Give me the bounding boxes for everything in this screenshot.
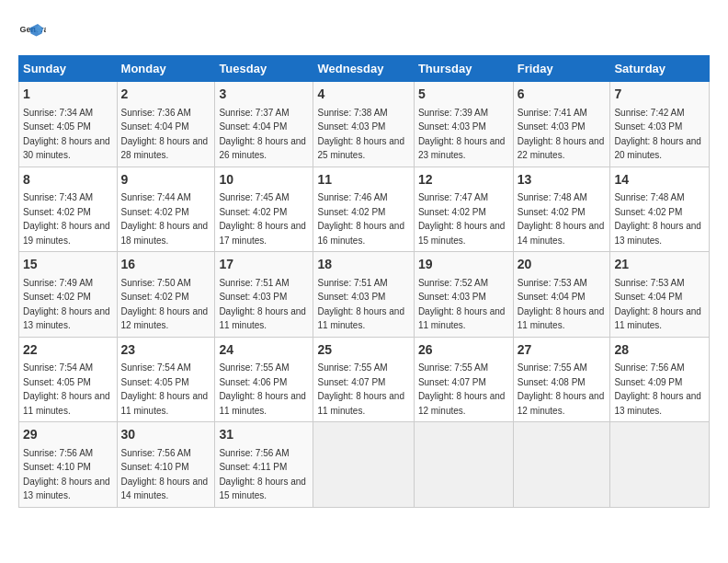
header-monday: Monday [117,56,215,82]
calendar-week-4: 22Sunrise: 7:54 AMSunset: 4:05 PMDayligh… [19,337,710,422]
day-info: Sunrise: 7:51 AMSunset: 4:03 PMDaylight:… [219,278,306,331]
day-info: Sunrise: 7:43 AMSunset: 4:02 PMDaylight:… [23,192,110,246]
calendar-week-2: 8Sunrise: 7:43 AMSunset: 4:02 PMDaylight… [19,167,710,252]
calendar-cell: 5Sunrise: 7:39 AMSunset: 4:03 PMDaylight… [414,82,513,167]
day-info: Sunrise: 7:39 AMSunset: 4:03 PMDaylight:… [418,108,506,161]
calendar-cell: 9Sunrise: 7:44 AMSunset: 4:02 PMDaylight… [117,167,215,252]
calendar-cell: 20Sunrise: 7:53 AMSunset: 4:04 PMDayligh… [513,252,610,338]
day-number: 23 [121,341,211,360]
calendar-cell: 24Sunrise: 7:55 AMSunset: 4:06 PMDayligh… [215,337,313,422]
calendar-cell: 29Sunrise: 7:56 AMSunset: 4:10 PMDayligh… [19,422,118,508]
day-info: Sunrise: 7:53 AMSunset: 4:04 PMDaylight:… [614,278,701,331]
day-number: 7 [614,86,705,104]
day-number: 18 [317,256,409,274]
day-number: 31 [219,426,309,444]
day-number: 10 [219,171,309,190]
day-number: 30 [121,426,211,444]
day-info: Sunrise: 7:44 AMSunset: 4:02 PMDaylight:… [121,192,209,246]
day-info: Sunrise: 7:56 AMSunset: 4:11 PMDaylight:… [219,448,306,501]
logo-icon: General [18,18,46,46]
day-number: 22 [23,341,113,360]
logo: General [18,18,50,46]
day-info: Sunrise: 7:36 AMSunset: 4:04 PMDaylight:… [121,108,209,161]
day-info: Sunrise: 7:47 AMSunset: 4:02 PMDaylight:… [418,192,506,246]
calendar-cell: 22Sunrise: 7:54 AMSunset: 4:05 PMDayligh… [19,337,118,422]
header-saturday: Saturday [610,56,710,82]
day-number: 21 [614,256,705,274]
day-info: Sunrise: 7:49 AMSunset: 4:02 PMDaylight:… [23,278,110,331]
day-number: 29 [23,426,113,444]
day-info: Sunrise: 7:56 AMSunset: 4:10 PMDaylight:… [121,448,209,501]
calendar-cell: 27Sunrise: 7:55 AMSunset: 4:08 PMDayligh… [513,337,610,422]
calendar-cell: 1Sunrise: 7:34 AMSunset: 4:05 PMDaylight… [19,82,118,167]
day-number: 14 [614,171,705,190]
calendar-cell: 28Sunrise: 7:56 AMSunset: 4:09 PMDayligh… [610,337,710,422]
day-info: Sunrise: 7:54 AMSunset: 4:05 PMDaylight:… [23,362,110,416]
day-info: Sunrise: 7:41 AMSunset: 4:03 PMDaylight:… [518,108,605,161]
day-number: 17 [219,256,309,274]
day-number: 4 [317,86,409,104]
calendar-week-3: 15Sunrise: 7:49 AMSunset: 4:02 PMDayligh… [19,252,710,338]
header-sunday: Sunday [19,56,118,82]
day-info: Sunrise: 7:54 AMSunset: 4:05 PMDaylight:… [121,362,209,416]
calendar-week-5: 29Sunrise: 7:56 AMSunset: 4:10 PMDayligh… [19,422,710,508]
calendar-cell: 8Sunrise: 7:43 AMSunset: 4:02 PMDaylight… [19,167,118,252]
calendar-cell: 6Sunrise: 7:41 AMSunset: 4:03 PMDaylight… [513,82,610,167]
day-number: 6 [518,86,607,104]
calendar-cell [414,422,513,508]
day-info: Sunrise: 7:55 AMSunset: 4:06 PMDaylight:… [219,362,306,416]
day-info: Sunrise: 7:45 AMSunset: 4:02 PMDaylight:… [219,192,306,246]
header-tuesday: Tuesday [215,56,313,82]
day-number: 1 [23,86,113,104]
calendar-cell: 12Sunrise: 7:47 AMSunset: 4:02 PMDayligh… [414,167,513,252]
day-info: Sunrise: 7:55 AMSunset: 4:07 PMDaylight:… [418,362,506,416]
calendar-cell: 15Sunrise: 7:49 AMSunset: 4:02 PMDayligh… [19,252,118,338]
day-number: 24 [219,341,309,360]
calendar-cell: 18Sunrise: 7:51 AMSunset: 4:03 PMDayligh… [313,252,414,338]
day-info: Sunrise: 7:53 AMSunset: 4:04 PMDaylight:… [518,278,605,331]
calendar-cell: 17Sunrise: 7:51 AMSunset: 4:03 PMDayligh… [215,252,313,338]
day-info: Sunrise: 7:55 AMSunset: 4:07 PMDaylight:… [317,362,404,416]
page-header: General [18,18,710,46]
header-friday: Friday [513,56,610,82]
header-thursday: Thursday [414,56,513,82]
calendar-cell: 23Sunrise: 7:54 AMSunset: 4:05 PMDayligh… [117,337,215,422]
day-number: 3 [219,86,309,104]
day-number: 26 [418,341,509,360]
calendar-cell: 13Sunrise: 7:48 AMSunset: 4:02 PMDayligh… [513,167,610,252]
day-info: Sunrise: 7:42 AMSunset: 4:03 PMDaylight:… [614,108,701,161]
calendar-cell: 31Sunrise: 7:56 AMSunset: 4:11 PMDayligh… [215,422,313,508]
calendar-cell: 19Sunrise: 7:52 AMSunset: 4:03 PMDayligh… [414,252,513,338]
calendar-cell: 14Sunrise: 7:48 AMSunset: 4:02 PMDayligh… [610,167,710,252]
day-info: Sunrise: 7:48 AMSunset: 4:02 PMDaylight:… [518,192,605,246]
day-number: 15 [23,256,113,274]
day-number: 16 [121,256,211,274]
day-info: Sunrise: 7:37 AMSunset: 4:04 PMDaylight:… [219,108,306,161]
day-info: Sunrise: 7:51 AMSunset: 4:03 PMDaylight:… [317,278,404,331]
day-info: Sunrise: 7:55 AMSunset: 4:08 PMDaylight:… [518,362,605,416]
day-number: 13 [518,171,607,190]
day-info: Sunrise: 7:34 AMSunset: 4:05 PMDaylight:… [23,108,110,161]
calendar-cell: 4Sunrise: 7:38 AMSunset: 4:03 PMDaylight… [313,82,414,167]
day-info: Sunrise: 7:52 AMSunset: 4:03 PMDaylight:… [418,278,506,331]
day-number: 11 [317,171,409,190]
day-number: 25 [317,341,409,360]
calendar-table: SundayMondayTuesdayWednesdayThursdayFrid… [18,55,710,508]
day-number: 20 [518,256,607,274]
calendar-cell: 3Sunrise: 7:37 AMSunset: 4:04 PMDaylight… [215,82,313,167]
day-info: Sunrise: 7:46 AMSunset: 4:02 PMDaylight:… [317,192,404,246]
day-number: 8 [23,171,113,190]
day-info: Sunrise: 7:38 AMSunset: 4:03 PMDaylight:… [317,108,404,161]
calendar-cell: 2Sunrise: 7:36 AMSunset: 4:04 PMDaylight… [117,82,215,167]
calendar-week-1: 1Sunrise: 7:34 AMSunset: 4:05 PMDaylight… [19,82,710,167]
day-number: 2 [121,86,211,104]
day-info: Sunrise: 7:48 AMSunset: 4:02 PMDaylight:… [614,192,701,246]
day-number: 28 [614,341,705,360]
calendar-cell: 11Sunrise: 7:46 AMSunset: 4:02 PMDayligh… [313,167,414,252]
day-number: 19 [418,256,509,274]
calendar-cell [313,422,414,508]
calendar-cell: 16Sunrise: 7:50 AMSunset: 4:02 PMDayligh… [117,252,215,338]
calendar-cell: 30Sunrise: 7:56 AMSunset: 4:10 PMDayligh… [117,422,215,508]
calendar-cell: 7Sunrise: 7:42 AMSunset: 4:03 PMDaylight… [610,82,710,167]
day-info: Sunrise: 7:56 AMSunset: 4:09 PMDaylight:… [614,362,701,416]
